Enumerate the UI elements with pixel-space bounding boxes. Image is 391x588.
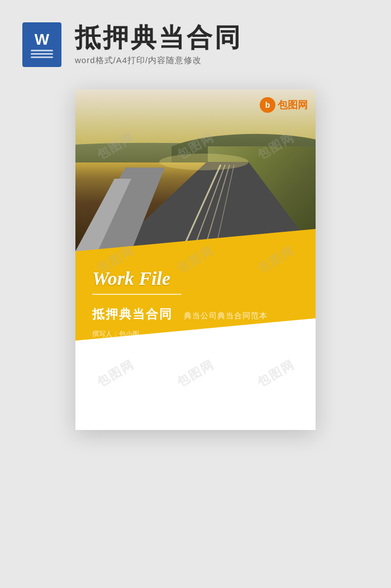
word-icon: W bbox=[22, 22, 61, 67]
header-area: W 抵押典当合同 word格式/A4打印/内容随意修改 bbox=[0, 0, 391, 89]
logo-text: 包图网 bbox=[278, 98, 308, 112]
word-icon-line bbox=[31, 56, 53, 58]
road-scene bbox=[75, 89, 316, 251]
photo-area bbox=[75, 89, 316, 251]
content-area: Work File 抵押典当合同 典当公司典当合同范本 撰写人：包小图 bbox=[75, 251, 316, 430]
header-title: 抵押典当合同 bbox=[75, 23, 242, 52]
header-subtitle: word格式/A4打印/内容随意修改 bbox=[75, 55, 242, 66]
divider-line bbox=[92, 294, 182, 295]
contract-row: 抵押典当合同 典当公司典当合同范本 bbox=[92, 306, 299, 323]
word-icon-line bbox=[31, 50, 53, 51]
author-line: 撰写人：包小图 bbox=[92, 329, 299, 339]
logo-area: b 包图网 bbox=[260, 97, 308, 113]
contract-main-title: 抵押典当合同 bbox=[92, 306, 173, 323]
work-file-title: Work File bbox=[92, 268, 299, 289]
logo-icon: b bbox=[260, 97, 275, 113]
contract-sub-title: 典当公司典当合同范本 bbox=[184, 311, 268, 321]
word-icon-line bbox=[31, 53, 53, 55]
svg-point-7 bbox=[159, 154, 249, 170]
document-card: b 包图网 Work File 抵押典当合同 典当公司典当合同范本 撰写人：包小… bbox=[75, 89, 316, 430]
road-svg bbox=[75, 89, 316, 251]
header-text: 抵押典当合同 word格式/A4打印/内容随意修改 bbox=[75, 23, 242, 66]
word-icon-letter: W bbox=[35, 32, 49, 47]
